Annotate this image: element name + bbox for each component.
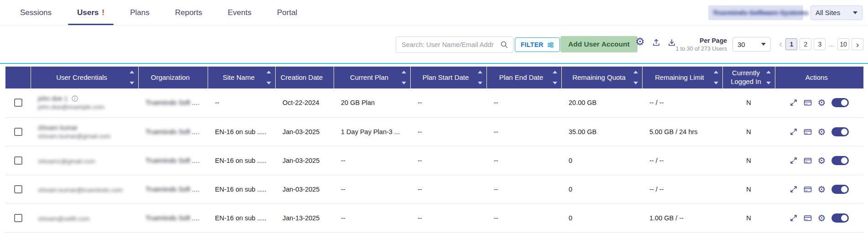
column-label: Actions: [805, 73, 828, 81]
user-settings-gear-icon[interactable]: ⚙: [818, 156, 826, 165]
user-settings-gear-icon[interactable]: ⚙: [818, 127, 826, 136]
user-enabled-toggle[interactable]: [831, 127, 849, 136]
truncation-dots: ....: [192, 128, 199, 135]
tab-label: Sessions: [20, 8, 52, 17]
sort-desc-icon[interactable]: [633, 82, 638, 84]
sort-desc-icon[interactable]: [130, 82, 134, 84]
sort-desc-icon[interactable]: [714, 82, 718, 84]
search-icon[interactable]: [500, 41, 508, 49]
row-checkbox[interactable]: [14, 185, 22, 193]
user-enabled-toggle[interactable]: [831, 213, 849, 223]
sort-asc-icon[interactable]: [553, 71, 557, 73]
assign-plan-card-icon[interactable]: [804, 185, 812, 193]
add-user-button[interactable]: Add User Account: [560, 36, 638, 52]
actions-cell: ⚙: [775, 88, 863, 117]
tab-events[interactable]: Events: [215, 0, 264, 25]
sort-asc-icon[interactable]: [766, 71, 771, 73]
expand-icon[interactable]: [790, 156, 798, 165]
col-remaining-limit[interactable]: Remaining Limit: [642, 67, 722, 88]
creation-date-cell: Jan-03-2025: [275, 175, 334, 203]
sort-asc-icon[interactable]: [130, 71, 134, 73]
remaining-quota-cell: 20.00 GB: [561, 88, 642, 117]
sort-asc-icon[interactable]: [267, 71, 271, 73]
pagination-ellipsis: ...: [828, 41, 835, 48]
sort-asc-icon[interactable]: [714, 71, 718, 73]
tab-label: Reports: [175, 8, 202, 17]
filter-tune-icon: [547, 42, 554, 48]
user-settings-gear-icon[interactable]: ⚙: [818, 98, 826, 107]
site-selector[interactable]: All Sites: [810, 5, 863, 20]
col-site-name[interactable]: Site Name: [208, 67, 275, 88]
page-button-3[interactable]: 3: [814, 38, 826, 50]
page-button-10[interactable]: 10: [837, 38, 849, 50]
per-page-select[interactable]: 30: [732, 37, 771, 52]
truncation-dots: ....: [192, 157, 199, 164]
expand-icon[interactable]: [790, 99, 798, 107]
chevron-down-icon: [761, 43, 766, 46]
row-select-cell: [5, 117, 31, 146]
company-selector-value-redacted: Trueminds Software Systems: [713, 9, 808, 16]
table-settings-gear-icon[interactable]: ⚙: [635, 36, 645, 47]
tab-label: Users: [77, 8, 99, 17]
creation-date-cell: Jan-13-2025: [275, 203, 334, 232]
sort-desc-icon[interactable]: [766, 82, 771, 84]
user-settings-gear-icon[interactable]: ⚙: [818, 185, 826, 194]
truncation-dots: ....: [192, 214, 199, 222]
plan-start-date-cell: --: [410, 203, 486, 232]
tab-users[interactable]: Users!: [64, 0, 117, 25]
sort-asc-icon[interactable]: [633, 71, 638, 73]
prev-page-button[interactable]: ‹: [778, 39, 783, 49]
sort-desc-icon[interactable]: [402, 82, 406, 84]
search-input[interactable]: [401, 41, 500, 49]
assign-plan-card-icon[interactable]: [804, 214, 812, 222]
tab-portal[interactable]: Portal: [264, 0, 310, 25]
col-currently-logged-in[interactable]: Currently Logged In: [722, 67, 775, 88]
row-checkbox[interactable]: [14, 128, 22, 136]
row-select-cell: [5, 203, 31, 232]
remaining-limit-cell: -- / --: [642, 175, 722, 203]
tab-plans[interactable]: Plans: [117, 0, 162, 25]
tab-sessions[interactable]: Sessions: [7, 0, 64, 25]
col-plan-end-date[interactable]: Plan End Date: [486, 67, 561, 88]
sort-desc-icon[interactable]: [553, 82, 557, 84]
remaining-limit-cell: 1.00 GB / --: [642, 203, 722, 232]
sort-desc-icon[interactable]: [478, 82, 482, 84]
col-creation-date[interactable]: Creation Date: [275, 67, 334, 88]
col-organization[interactable]: Organization: [138, 67, 208, 88]
company-selector[interactable]: Trueminds Software Systems: [708, 5, 803, 20]
organization-cell: Trueminds Soft ....: [138, 117, 208, 146]
sort-asc-icon[interactable]: [478, 71, 482, 73]
sort-asc-icon[interactable]: [402, 71, 406, 73]
tab-label: Events: [228, 8, 251, 17]
expand-icon[interactable]: [790, 214, 798, 222]
expand-icon[interactable]: [790, 128, 798, 136]
plan-end-date-cell: --: [486, 88, 561, 117]
next-page-button[interactable]: ›: [852, 38, 863, 50]
filter-button[interactable]: FILTER: [515, 37, 560, 52]
user-enabled-toggle[interactable]: [831, 185, 849, 194]
page-button-2[interactable]: 2: [800, 38, 811, 50]
col-current-plan[interactable]: Current Plan: [334, 67, 410, 88]
col-user-credentials[interactable]: User Credentials: [31, 67, 138, 88]
tab-reports[interactable]: Reports: [162, 0, 215, 25]
site-name-cell: EN-16 on sub .....: [208, 117, 275, 146]
page-button-1[interactable]: 1: [785, 38, 797, 50]
download-icon[interactable]: [667, 38, 676, 48]
col-remaining-quota[interactable]: Remaining Quota: [561, 67, 642, 88]
col-plan-start-date[interactable]: Plan Start Date: [410, 67, 486, 88]
user-row: shivam.kumar@trueminds.com Trueminds Sof…: [5, 175, 863, 203]
assign-plan-card-icon[interactable]: [804, 156, 812, 165]
sort-desc-icon[interactable]: [267, 82, 271, 84]
user-email-redacted: shivam1@gmail.com: [38, 158, 95, 165]
row-checkbox[interactable]: [14, 214, 22, 222]
assign-plan-card-icon[interactable]: [804, 99, 812, 107]
row-checkbox[interactable]: [14, 99, 22, 107]
assign-plan-card-icon[interactable]: [804, 128, 812, 136]
user-enabled-toggle[interactable]: [831, 156, 849, 165]
user-enabled-toggle[interactable]: [831, 98, 849, 107]
expand-icon[interactable]: [790, 185, 798, 193]
user-settings-gear-icon[interactable]: ⚙: [818, 213, 826, 223]
upload-icon[interactable]: [652, 38, 661, 48]
row-checkbox[interactable]: [14, 156, 22, 165]
info-icon[interactable]: [71, 95, 78, 102]
